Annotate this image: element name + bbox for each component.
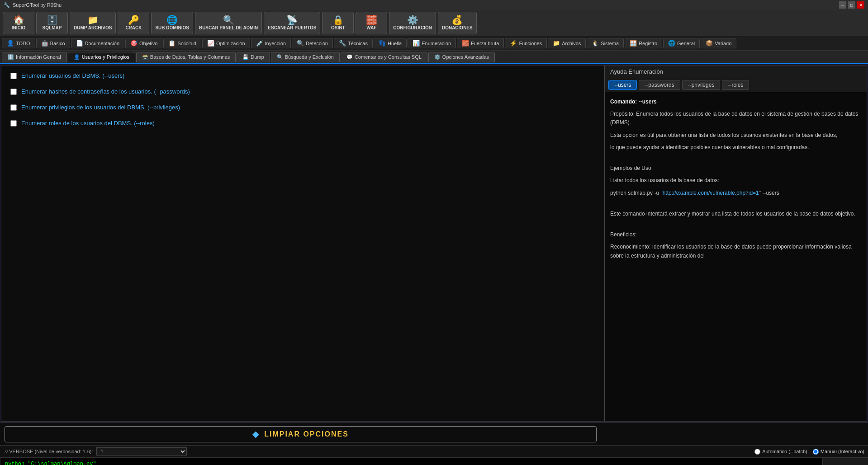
fuerzabruta-label: Fuerza bruta — [471, 41, 499, 46]
verbose-select[interactable]: 1 2 3 4 5 6 — [96, 447, 187, 456]
tab-opciones[interactable]: ⚙️Opciones Avanzadas — [428, 52, 495, 62]
inicio-icon: 🏠 — [13, 15, 24, 24]
dump-icon: 📁 — [87, 15, 99, 24]
help-title: Ayuda Enumeración — [605, 66, 867, 78]
toolbar-btn-donaciones[interactable]: 💰DONACIONES — [438, 12, 477, 34]
help-tabs: --users --passwords --privileges --roles — [605, 78, 867, 92]
help-panel: Ayuda Enumeración --users --passwords --… — [604, 66, 867, 421]
roles-label[interactable]: Enumerar roles de los usuarios del DBMS.… — [21, 120, 155, 127]
toolbar-btn-crack[interactable]: 🔑CRACK — [118, 12, 149, 34]
help-tab-users[interactable]: --users — [608, 80, 637, 90]
mode-manual-radio[interactable] — [813, 449, 819, 455]
optimizacion-label: Optimización — [216, 41, 245, 46]
general-icon: 🌐 — [668, 40, 675, 47]
privileges-label[interactable]: Enumerar privilegios de los usuarios del… — [21, 104, 180, 111]
toolbar-btn-dump[interactable]: 📁DUMP ARCHIVOS — [70, 12, 116, 34]
checkbox-privileges[interactable]: Enumerar privilegios de los usuarios del… — [10, 104, 595, 111]
sub-btn-archivos[interactable]: 📁Archivos — [548, 38, 586, 48]
basico-icon: 🤖 — [41, 40, 48, 47]
sub-btn-registro[interactable]: 🪟Registro — [625, 38, 662, 48]
help-tab-privileges[interactable]: --privileges — [682, 80, 721, 90]
help-tab-roles[interactable]: --roles — [722, 80, 749, 90]
solicitud-label: Solicitud — [177, 41, 196, 46]
info-general-icon: ℹ️ — [8, 54, 14, 60]
sub-btn-inyeccion[interactable]: 💉Inyección — [251, 38, 291, 48]
toolbar-btn-escanear[interactable]: 📡ESCANEAR PUERTOS — [264, 12, 320, 34]
sub-btn-basico[interactable]: 🤖Basico — [36, 38, 70, 48]
sub-btn-funciones[interactable]: ⚡Funciones — [505, 38, 547, 48]
app-icon: 🔧 — [4, 2, 10, 8]
tab-busqueda[interactable]: 🔍Búsqueda y Exclusión — [271, 52, 340, 62]
busqueda-icon: 🔍 — [277, 54, 283, 60]
toolbar-btn-waf[interactable]: 🧱WAF — [356, 12, 387, 34]
huella-label: Huella — [388, 41, 402, 46]
comentarios-icon: 💬 — [346, 54, 353, 60]
help-examples-label: Ejemplos de Uso: — [610, 164, 861, 173]
sub-btn-fuerzabruta[interactable]: 🧱Fuerza bruta — [457, 38, 504, 48]
registro-icon: 🪟 — [630, 40, 637, 47]
checkbox-roles[interactable]: Enumerar roles de los usuarios del DBMS.… — [10, 120, 595, 127]
tab-bar: ℹ️Información General👤Usuarios y Privile… — [0, 51, 868, 64]
help-link: http://example.com/vulnerable.php?id=1 — [663, 190, 759, 196]
tab-info-general[interactable]: ℹ️Información General — [2, 52, 67, 62]
sub-btn-huella[interactable]: 👣Huella — [374, 38, 407, 48]
sub-btn-variado[interactable]: 📦Variado — [701, 38, 736, 48]
sub-btn-objetivo[interactable]: 🎯Objetivo — [125, 38, 162, 48]
mode-manual-label: Manual (Interactivo) — [821, 449, 864, 454]
toolbar-btn-configuracion[interactable]: ⚙️CONFIGURACIÓN — [389, 12, 436, 34]
documentacion-icon: 📄 — [76, 40, 83, 47]
tab-dump[interactable]: 💾Dump — [237, 52, 270, 62]
maximize-button[interactable]: □ — [848, 1, 855, 9]
toolbar-btn-sqlmap[interactable]: 🗄️SQLMAP — [36, 12, 68, 34]
toolbar-btn-subdominios[interactable]: 🌐SUB DOMINIOS — [151, 12, 193, 34]
passwords-label[interactable]: Enumerar hashes de contraseñas de los us… — [21, 88, 190, 95]
checkbox-users[interactable]: Enumerar usuarios del DBMS. (--users) — [10, 72, 595, 79]
escanear-label: ESCANEAR PUERTOS — [268, 25, 316, 30]
tab-usuarios-privilegios[interactable]: 👤Usuarios y Privilegios — [68, 52, 135, 62]
optimizacion-icon: 📈 — [207, 40, 214, 47]
sub-toolbar: 👤TODO🤖Basico📄Documentación🎯Objetivo📋Soli… — [0, 36, 868, 51]
window-controls[interactable]: ─ □ ✕ — [839, 1, 864, 9]
passwords-checkbox[interactable] — [10, 89, 17, 95]
sub-btn-solicitud[interactable]: 📋Solicitud — [163, 38, 201, 48]
roles-checkbox[interactable] — [10, 120, 17, 127]
sub-btn-optimizacion[interactable]: 📈Optimización — [202, 38, 250, 48]
privileges-checkbox[interactable] — [10, 104, 17, 111]
sub-btn-sistema[interactable]: 🐧Sistema — [587, 38, 624, 48]
sub-btn-documentacion[interactable]: 📄Documentación — [71, 38, 124, 48]
deteccion-label: Detección — [306, 41, 328, 46]
documentacion-label: Documentación — [85, 41, 119, 46]
close-button[interactable]: ✕ — [857, 1, 864, 9]
clear-options-button[interactable]: ◆ LIMPIAR OPCIONES — [5, 426, 597, 442]
users-label[interactable]: Enumerar usuarios del DBMS. (--users) — [21, 72, 124, 79]
donaciones-icon: 💰 — [451, 15, 463, 24]
osint-label: OSINT — [331, 25, 345, 30]
waf-icon: 🧱 — [366, 15, 377, 24]
sub-btn-todo[interactable]: 👤TODO — [2, 38, 35, 48]
mode-auto-radio[interactable] — [754, 449, 760, 455]
objetivo-icon: 🎯 — [130, 40, 138, 47]
toolbar-btn-osint[interactable]: 🔒OSINT — [322, 12, 354, 34]
inyeccion-icon: 💉 — [256, 40, 263, 47]
verbose-label: -v VERBOSE (Nivel de verbosidad: 1-6): — [4, 449, 93, 454]
mode-auto[interactable]: Automático (--batch) — [754, 449, 807, 455]
toolbar-btn-inicio[interactable]: 🏠INICIO — [3, 12, 34, 34]
sub-btn-general[interactable]: 🌐General — [663, 38, 700, 48]
mode-manual[interactable]: Manual (Interactivo) — [813, 449, 864, 455]
sub-btn-enumeracion[interactable]: 📊Enumeración — [408, 38, 456, 48]
tecnicas-label: Técnicas — [348, 41, 368, 46]
tab-bases-datos[interactable]: 🗃️Bases de Datos, Tablas y Columnas — [136, 52, 236, 62]
objetivo-label: Objetivo — [139, 41, 157, 46]
checkbox-passwords[interactable]: Enumerar hashes de contraseñas de los us… — [10, 88, 595, 95]
minimize-button[interactable]: ─ — [839, 1, 846, 9]
sub-btn-deteccion[interactable]: 🔍Detección — [292, 38, 333, 48]
toolbar-btn-buscar[interactable]: 🔍BUSCAR PANEL DE ADMIN — [195, 12, 262, 34]
tab-comentarios[interactable]: 💬Comentarios y Consultas SQL — [341, 52, 427, 62]
dump-label: DUMP ARCHIVOS — [74, 25, 112, 30]
sub-btn-tecnicas[interactable]: 🔧Técnicas — [334, 38, 373, 48]
inyeccion-label: Inyección — [265, 41, 286, 46]
help-tab-passwords[interactable]: --passwords — [639, 80, 680, 90]
subdominios-label: SUB DOMINIOS — [155, 25, 189, 30]
crack-icon: 🔑 — [128, 15, 139, 24]
users-checkbox[interactable] — [10, 73, 17, 79]
